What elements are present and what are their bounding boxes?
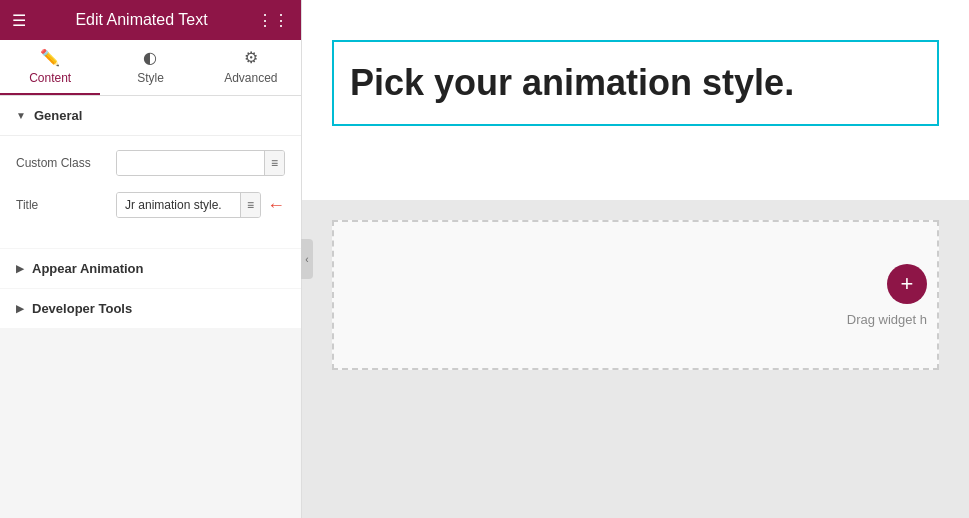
chevron-down-icon: ▼ <box>16 110 26 121</box>
custom-class-label: Custom Class <box>16 156 116 170</box>
section-general-title: General <box>34 108 82 123</box>
collapse-icon: ‹ <box>305 254 308 265</box>
field-custom-class: Custom Class ≡ <box>16 150 285 176</box>
main-content: Pick your animation style. + Drag widget… <box>302 0 969 518</box>
sidebar-collapse-handle[interactable]: ‹ <box>301 239 313 279</box>
hamburger-icon[interactable]: ☰ <box>12 11 26 30</box>
custom-class-menu-icon[interactable]: ≡ <box>264 151 284 175</box>
section-developer-tools-header[interactable]: ▶ Developer Tools <box>0 289 301 328</box>
title-menu-icon[interactable]: ≡ <box>240 193 260 217</box>
section-developer-tools: ▶ Developer Tools <box>0 289 301 328</box>
tabs-container: ✏️ Content ◐ Style ⚙ Advanced <box>0 40 301 96</box>
tab-content[interactable]: ✏️ Content <box>0 40 100 95</box>
sidebar-body: ▼ General Custom Class ≡ Title <box>0 96 301 518</box>
grid-icon[interactable]: ⋮⋮ <box>257 11 289 30</box>
style-icon: ◐ <box>143 48 157 67</box>
title-input-wrap: ≡ <box>116 192 261 218</box>
tab-advanced-label: Advanced <box>224 71 277 85</box>
content-icon: ✏️ <box>40 48 60 67</box>
advanced-icon: ⚙ <box>244 48 258 67</box>
title-input[interactable] <box>117 193 240 217</box>
section-general: ▼ General Custom Class ≡ Title <box>0 96 301 248</box>
tab-advanced[interactable]: ⚙ Advanced <box>201 40 301 95</box>
tab-style[interactable]: ◐ Style <box>100 40 200 95</box>
section-appear-animation-title: Appear Animation <box>32 261 143 276</box>
field-title: Title ≡ ← <box>16 192 285 218</box>
section-appear-animation: ▶ Appear Animation <box>0 249 301 288</box>
drop-zone[interactable]: + Drag widget h <box>332 220 939 370</box>
add-widget-button[interactable]: + <box>887 264 927 304</box>
custom-class-input-wrap: ≡ <box>116 150 285 176</box>
chevron-right-icon: ▶ <box>16 263 24 274</box>
animated-text-content: Pick your animation style. <box>350 62 921 104</box>
arrow-indicator-icon: ← <box>267 195 285 216</box>
tab-content-label: Content <box>29 71 71 85</box>
sidebar-header: ☰ Edit Animated Text ⋮⋮ <box>0 0 301 40</box>
drag-text: Drag widget h <box>847 312 927 327</box>
section-general-body: Custom Class ≡ Title ≡ ← <box>0 136 301 248</box>
chevron-right-icon-2: ▶ <box>16 303 24 314</box>
sidebar-title: Edit Animated Text <box>75 11 207 29</box>
section-developer-tools-title: Developer Tools <box>32 301 132 316</box>
section-appear-animation-header[interactable]: ▶ Appear Animation <box>0 249 301 288</box>
custom-class-input[interactable] <box>117 151 264 175</box>
section-general-header[interactable]: ▼ General <box>0 96 301 136</box>
sidebar: ☰ Edit Animated Text ⋮⋮ ✏️ Content ◐ Sty… <box>0 0 302 518</box>
animated-text-widget[interactable]: Pick your animation style. <box>332 40 939 126</box>
canvas-area: Pick your animation style. <box>302 0 969 200</box>
tab-style-label: Style <box>137 71 164 85</box>
title-label: Title <box>16 198 116 212</box>
